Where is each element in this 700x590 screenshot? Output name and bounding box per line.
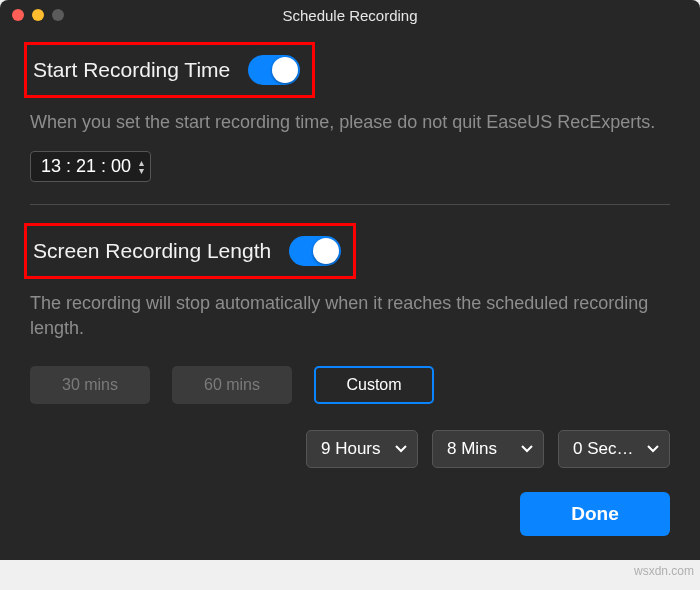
schedule-recording-window: Schedule Recording Start Recording Time … (0, 0, 700, 560)
maximize-icon (52, 9, 64, 21)
start-time-header: Start Recording Time (24, 42, 315, 98)
window-controls (12, 9, 64, 21)
time-separator: : (100, 156, 107, 177)
chevron-down-icon (521, 445, 533, 453)
time-seconds[interactable]: 00 (111, 156, 131, 177)
time-separator: : (65, 156, 72, 177)
custom-duration-row: 9 Hours 8 Mins 0 Sec… (30, 430, 670, 468)
preset-custom-button[interactable]: Custom (314, 366, 434, 404)
length-label: Screen Recording Length (33, 239, 271, 263)
start-time-hint: When you set the start recording time, p… (30, 110, 670, 135)
footer-row: Done (30, 492, 670, 536)
chevron-down-icon (647, 445, 659, 453)
stepper-down-icon[interactable]: ▾ (139, 167, 144, 175)
window-title: Schedule Recording (12, 7, 688, 24)
section-divider (30, 204, 670, 205)
length-header: Screen Recording Length (24, 223, 356, 279)
titlebar: Schedule Recording (0, 0, 700, 30)
toggle-knob-icon (272, 57, 298, 83)
length-toggle[interactable] (289, 236, 341, 266)
start-time-toggle[interactable] (248, 55, 300, 85)
hours-dropdown[interactable]: 9 Hours (306, 430, 418, 468)
length-hint: The recording will stop automatically wh… (30, 291, 670, 341)
watermark-text: wsxdn.com (634, 564, 694, 578)
time-hours[interactable]: 13 (41, 156, 61, 177)
time-stepper[interactable]: ▴ ▾ (139, 159, 144, 175)
content-area: Start Recording Time When you set the st… (0, 30, 700, 556)
toggle-knob-icon (313, 238, 339, 264)
preset-30min-button[interactable]: 30 mins (30, 366, 150, 404)
secs-value: 0 Sec… (573, 439, 633, 459)
mins-value: 8 Mins (447, 439, 497, 459)
chevron-down-icon (395, 445, 407, 453)
mins-dropdown[interactable]: 8 Mins (432, 430, 544, 468)
hours-value: 9 Hours (321, 439, 381, 459)
done-button[interactable]: Done (520, 492, 670, 536)
secs-dropdown[interactable]: 0 Sec… (558, 430, 670, 468)
time-minutes[interactable]: 21 (76, 156, 96, 177)
preset-60min-button[interactable]: 60 mins (172, 366, 292, 404)
preset-row: 30 mins 60 mins Custom (30, 366, 670, 404)
minimize-icon[interactable] (32, 9, 44, 21)
start-time-input[interactable]: 13 : 21 : 00 ▴ ▾ (30, 151, 151, 182)
start-time-label: Start Recording Time (33, 58, 230, 82)
close-icon[interactable] (12, 9, 24, 21)
